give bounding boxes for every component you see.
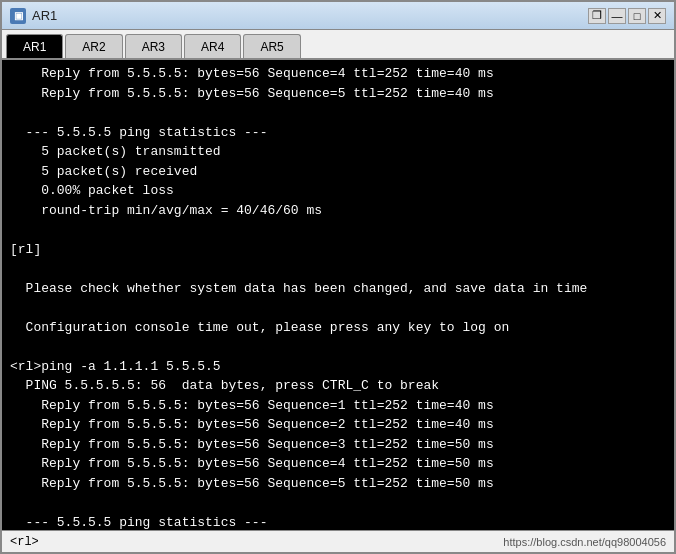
status-prompt: <rl> xyxy=(10,535,39,549)
title-bar: ▣ AR1 ❐ — □ ✕ xyxy=(2,2,674,30)
app-icon: ▣ xyxy=(10,8,26,24)
tab-ar5[interactable]: AR5 xyxy=(243,34,300,58)
restore-button[interactable]: ❐ xyxy=(588,8,606,24)
status-bar: <rl> https://blog.csdn.net/qq98004056 xyxy=(2,530,674,552)
terminal-scroll[interactable]: Reply from 5.5.5.5: bytes=56 Sequence=4 … xyxy=(2,60,674,530)
status-url: https://blog.csdn.net/qq98004056 xyxy=(503,536,666,548)
tabs-bar: AR1 AR2 AR3 AR4 AR5 xyxy=(2,30,674,60)
maximize-button[interactable]: □ xyxy=(628,8,646,24)
minimize-button[interactable]: — xyxy=(608,8,626,24)
close-button[interactable]: ✕ xyxy=(648,8,666,24)
tab-ar3[interactable]: AR3 xyxy=(125,34,182,58)
title-buttons: ❐ — □ ✕ xyxy=(588,8,666,24)
terminal-wrapper: Reply from 5.5.5.5: bytes=56 Sequence=4 … xyxy=(2,60,674,530)
window-title: AR1 xyxy=(32,8,57,23)
tab-ar2[interactable]: AR2 xyxy=(65,34,122,58)
tab-ar1[interactable]: AR1 xyxy=(6,34,63,58)
title-bar-left: ▣ AR1 xyxy=(10,8,57,24)
tab-ar4[interactable]: AR4 xyxy=(184,34,241,58)
main-window: ▣ AR1 ❐ — □ ✕ AR1 AR2 AR3 AR4 AR5 Reply … xyxy=(0,0,676,554)
terminal-content: Reply from 5.5.5.5: bytes=56 Sequence=4 … xyxy=(2,60,674,530)
